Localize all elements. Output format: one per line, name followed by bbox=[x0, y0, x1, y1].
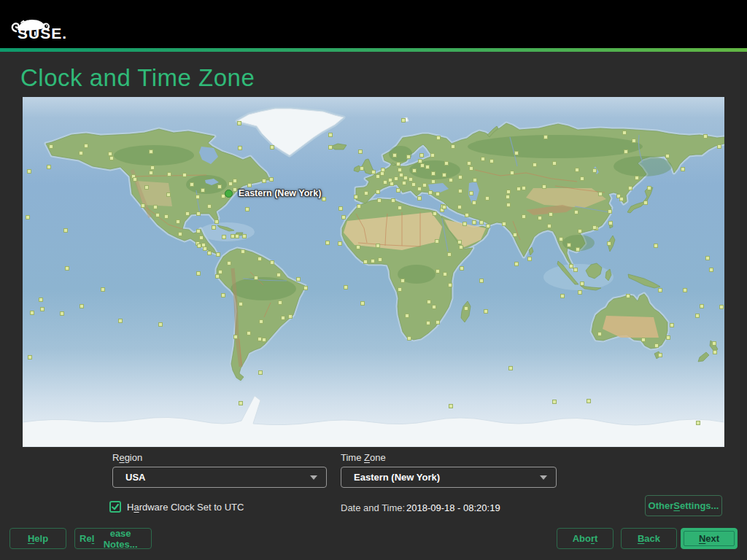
timezone-city-marker[interactable] bbox=[436, 136, 441, 140]
release-notes-button[interactable]: Release Notes... bbox=[74, 528, 152, 549]
timezone-city-marker[interactable] bbox=[363, 260, 368, 264]
timezone-city-marker[interactable] bbox=[227, 261, 231, 265]
timezone-city-marker[interactable] bbox=[643, 201, 648, 205]
timezone-city-marker[interactable] bbox=[155, 213, 160, 217]
abort-button[interactable]: Abort bbox=[557, 528, 614, 549]
timezone-city-marker[interactable] bbox=[549, 212, 553, 217]
timezone-city-marker[interactable] bbox=[580, 281, 584, 286]
timezone-city-marker[interactable] bbox=[231, 234, 235, 238]
timezone-city-marker[interactable] bbox=[514, 151, 519, 155]
timezone-city-marker[interactable] bbox=[383, 180, 387, 184]
region-select[interactable]: USA bbox=[112, 467, 327, 488]
timezone-city-marker[interactable] bbox=[479, 279, 484, 283]
timezone-city-marker[interactable] bbox=[60, 311, 64, 316]
timezone-city-marker[interactable] bbox=[473, 178, 477, 182]
timezone-city-marker[interactable] bbox=[457, 205, 462, 209]
timezone-city-marker[interactable] bbox=[448, 283, 452, 287]
timezone-city-marker[interactable] bbox=[527, 257, 532, 261]
timezone-city-marker[interactable] bbox=[153, 205, 158, 209]
timezone-city-marker[interactable] bbox=[378, 257, 382, 262]
timezone-city-marker[interactable] bbox=[258, 257, 262, 261]
timezone-city-marker[interactable] bbox=[358, 149, 363, 154]
timezone-city-marker[interactable] bbox=[713, 350, 717, 354]
timezone-city-marker[interactable] bbox=[196, 271, 201, 276]
timezone-city-marker[interactable] bbox=[259, 319, 263, 324]
timezone-city-marker[interactable] bbox=[396, 188, 400, 192]
timezone-city-marker[interactable] bbox=[592, 168, 597, 173]
timezone-city-marker[interactable] bbox=[619, 197, 624, 201]
timezone-city-marker[interactable] bbox=[409, 177, 413, 182]
timezone-city-marker[interactable] bbox=[427, 300, 431, 304]
timezone-city-marker[interactable] bbox=[407, 336, 411, 341]
timezone-city-marker[interactable] bbox=[371, 170, 376, 174]
timezone-city-marker[interactable] bbox=[30, 311, 34, 315]
timezone-city-marker[interactable] bbox=[458, 175, 462, 179]
timezone-city-marker[interactable] bbox=[578, 290, 582, 295]
timezone-city-marker[interactable] bbox=[696, 421, 700, 425]
timezone-city-marker[interactable] bbox=[712, 341, 716, 346]
timezone-city-marker[interactable] bbox=[447, 252, 452, 257]
timezone-city-marker[interactable] bbox=[436, 192, 440, 196]
timezone-city-marker[interactable] bbox=[444, 161, 449, 166]
timezone-city-marker[interactable] bbox=[578, 229, 582, 233]
timezone-city-marker[interactable] bbox=[432, 305, 436, 309]
timezone-city-marker[interactable] bbox=[344, 285, 348, 289]
timezone-city-marker[interactable] bbox=[533, 163, 537, 167]
timezone-city-marker[interactable] bbox=[237, 121, 241, 125]
timezone-city-marker[interactable] bbox=[381, 168, 385, 172]
timezone-city-marker[interactable] bbox=[472, 220, 476, 225]
timezone-city-marker[interactable] bbox=[207, 251, 212, 255]
timezone-city-marker[interactable] bbox=[238, 146, 242, 150]
timezone-city-marker[interactable] bbox=[502, 222, 506, 226]
timezone-city-marker[interactable] bbox=[182, 173, 187, 177]
timezone-city-marker[interactable] bbox=[242, 234, 247, 238]
timezone-city-marker[interactable] bbox=[357, 204, 361, 209]
timezone-city-marker[interactable] bbox=[403, 176, 408, 180]
timezone-city-marker[interactable] bbox=[47, 165, 51, 169]
timezone-city-marker[interactable] bbox=[462, 222, 467, 226]
timezone-city-marker[interactable] bbox=[542, 184, 546, 189]
timezone-city-marker[interactable] bbox=[641, 338, 646, 342]
timezone-city-marker[interactable] bbox=[567, 243, 571, 247]
timezone-city-marker[interactable] bbox=[469, 166, 473, 171]
timezone-city-marker[interactable] bbox=[376, 244, 380, 248]
timezone-city-marker[interactable] bbox=[522, 214, 526, 219]
timezone-city-marker[interactable] bbox=[580, 176, 584, 181]
timezone-city-marker[interactable] bbox=[235, 234, 239, 238]
timezone-city-marker[interactable] bbox=[254, 276, 258, 280]
timezone-city-marker[interactable] bbox=[552, 400, 557, 404]
timezone-city-marker[interactable] bbox=[108, 152, 112, 156]
other-settings-button[interactable]: Other Settings... bbox=[645, 495, 722, 516]
timezone-city-marker[interactable] bbox=[27, 169, 31, 174]
timezone-city-marker[interactable] bbox=[201, 188, 205, 192]
timezone-city-marker[interactable] bbox=[459, 245, 463, 249]
timezone-city-marker[interactable] bbox=[665, 154, 670, 158]
timezone-city-marker[interactable] bbox=[481, 157, 485, 161]
timezone-city-marker[interactable] bbox=[185, 211, 190, 216]
timezone-city-marker[interactable] bbox=[467, 161, 471, 166]
timezone-city-marker[interactable] bbox=[576, 247, 580, 252]
timezone-city-marker[interactable] bbox=[592, 225, 597, 230]
timezone-city-marker[interactable] bbox=[80, 304, 84, 308]
timezone-city-marker[interactable] bbox=[390, 182, 394, 186]
timezone-city-marker[interactable] bbox=[436, 269, 440, 273]
timezone-city-marker[interactable] bbox=[608, 209, 612, 214]
timezone-city-marker[interactable] bbox=[212, 225, 216, 230]
timezone-city-marker[interactable] bbox=[221, 293, 225, 298]
timezone-city-marker[interactable] bbox=[683, 288, 687, 292]
timezone-city-marker[interactable] bbox=[428, 190, 433, 195]
timezone-city-marker[interactable] bbox=[364, 191, 368, 195]
timezone-city-marker[interactable] bbox=[328, 145, 333, 149]
timezone-city-marker[interactable] bbox=[222, 235, 226, 239]
timezone-city-marker[interactable] bbox=[401, 118, 406, 122]
timezone-city-marker[interactable] bbox=[150, 166, 155, 170]
timezone-city-marker[interactable] bbox=[79, 151, 83, 155]
timezone-city-marker[interactable] bbox=[484, 309, 488, 314]
world-map[interactable]: Eastern (New York) bbox=[23, 97, 724, 447]
timezone-city-marker[interactable] bbox=[166, 192, 171, 197]
timezone-city-marker[interactable] bbox=[196, 211, 201, 216]
timezone-city-marker[interactable] bbox=[479, 220, 484, 225]
timezone-city-marker[interactable] bbox=[278, 300, 282, 305]
timezone-city-marker[interactable] bbox=[486, 224, 490, 228]
timezone-city-marker[interactable] bbox=[449, 178, 453, 182]
